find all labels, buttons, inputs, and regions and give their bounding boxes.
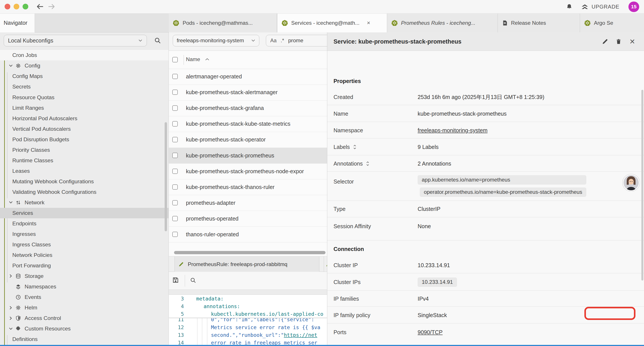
sidebar-item-runtime-classes[interactable]: Runtime Classes: [0, 155, 169, 166]
match-case-toggle[interactable]: Aa: [270, 38, 277, 43]
edit-pencil-icon[interactable]: [602, 38, 608, 45]
tab-argo[interactable]: Argo Se: [580, 13, 644, 32]
select-all-checkbox[interactable]: [172, 57, 178, 62]
chevron-down-icon[interactable]: [8, 200, 13, 205]
sidebar-item-access-control[interactable]: Access Control: [0, 313, 169, 324]
name-column-header[interactable]: Name: [186, 56, 209, 62]
window-minimize-button[interactable]: [14, 4, 19, 9]
user-avatar[interactable]: [622, 174, 640, 192]
sidebar-item-config-maps[interactable]: Config Maps: [0, 71, 169, 81]
sidebar-item-ingress-classes[interactable]: Ingress Classes: [0, 239, 169, 250]
sidebar-item-ingresses[interactable]: Ingresses: [0, 229, 169, 239]
sidebar-item-priority-classes[interactable]: Priority Classes: [0, 145, 169, 155]
row-checkbox[interactable]: [172, 121, 178, 126]
delete-trash-icon[interactable]: [616, 38, 622, 45]
property-row-ports: Ports 9090/TCP Forward...: [327, 324, 644, 341]
expand-collapse-icon[interactable]: [366, 161, 369, 166]
row-checkbox[interactable]: [172, 184, 178, 190]
close-panel-icon[interactable]: ✕: [629, 37, 635, 46]
table-row-kube-prometheus-stack-grafana[interactable]: kube-prometheus-stack-grafana: [169, 100, 327, 116]
row-divider: [327, 201, 644, 201]
table-row-kube-prometheus-stack-prometheus-node-expor[interactable]: kube-prometheus-stack-prometheus-node-ex…: [169, 164, 327, 179]
sidebar-item-custom-resources[interactable]: Custom Resources: [0, 324, 169, 334]
tab-pods[interactable]: Pods - icecheng@mathmas...: [169, 13, 277, 32]
upgrade-button[interactable]: UPGRADE: [581, 4, 620, 10]
window-maximize-button[interactable]: [22, 4, 28, 9]
row-checkbox[interactable]: [172, 90, 178, 95]
regex-toggle[interactable]: .*: [280, 38, 284, 43]
table-row-kube-prometheus-stack-prometheus[interactable]: kube-prometheus-stack-prometheus: [169, 148, 327, 164]
kubeconfig-select[interactable]: Local Kubeconfigs: [4, 35, 147, 46]
sidebar-item-network[interactable]: Network: [0, 197, 169, 208]
sidebar-item-namespaces[interactable]: Namespaces: [0, 281, 169, 292]
services-filter-input[interactable]: Aa .* prome: [266, 35, 327, 46]
row-checkbox[interactable]: [172, 232, 178, 237]
tab-prometheus-rules[interactable]: Prometheus Rules - icecheng...: [387, 13, 498, 32]
namespace-link[interactable]: freeleaps-monitoring-system: [418, 127, 488, 134]
notification-count-badge[interactable]: 15: [628, 1, 639, 12]
sidebar-item-services[interactable]: Services: [0, 208, 169, 218]
back-arrow-icon[interactable]: [36, 3, 44, 11]
row-checkbox[interactable]: [172, 153, 178, 158]
table-row-prometheus-adapter[interactable]: prometheus-adapter: [169, 195, 327, 211]
sidebar-search-icon[interactable]: [154, 37, 161, 44]
horizontal-scrollbar[interactable]: [174, 251, 326, 254]
sidebar-item-endpoints[interactable]: Endpoints: [0, 218, 169, 229]
runbook-url-link[interactable]: https://net: [284, 332, 317, 338]
table-row-kube-prometheus-stack-operator[interactable]: kube-prometheus-stack-operator: [169, 132, 327, 148]
row-checkbox[interactable]: [172, 74, 178, 79]
sidebar-item-leases[interactable]: Leases: [0, 166, 169, 176]
sidebar-scrollbar[interactable]: [164, 122, 167, 231]
chevron-down-icon[interactable]: [8, 63, 13, 68]
chevron-right-icon[interactable]: [8, 316, 13, 321]
yaml-editor[interactable]: 3 metadata: 4 annotations: 5 kubectl.kub…: [169, 295, 327, 346]
dock-tab-prometheusrule[interactable]: PrometheusRule: freeleaps-prod-rabbitmq: [174, 256, 319, 272]
notifications-bell-icon[interactable]: [566, 4, 572, 10]
save-icon[interactable]: [172, 277, 179, 283]
table-row-kube-prometheus-stack-thanos-ruler[interactable]: kube-prometheus-stack-thanos-ruler: [169, 179, 327, 195]
sidebar-item-pod-disruption-budgets[interactable]: Pod Disruption Budgets: [0, 134, 169, 145]
sidebar-item-port-forwarding[interactable]: Port Forwarding: [0, 260, 169, 271]
forward-arrow-icon[interactable]: [48, 3, 56, 11]
sidebar-item-resource-quotas[interactable]: Resource Quotas: [0, 92, 169, 103]
sidebar-item-vertical-pod-autoscalers[interactable]: Vertical Pod Autoscalers: [0, 124, 169, 134]
table-row-thanos-ruler-operated[interactable]: thanos-ruler-operated: [169, 227, 327, 242]
dock-tab-partial[interactable]: [324, 256, 327, 272]
sidebar-item-storage[interactable]: Storage: [0, 271, 169, 281]
table-row-alertmanager-operated[interactable]: alertmanager-operated: [169, 69, 327, 85]
tab-navigator[interactable]: Navigator: [0, 13, 35, 32]
panel-scrollbar[interactable]: [641, 90, 643, 281]
sidebar-item-config[interactable]: Config: [0, 60, 169, 71]
row-checkbox[interactable]: [172, 216, 178, 221]
chevron-down-icon: [251, 38, 256, 43]
tab-release-notes[interactable]: Release Notes: [498, 13, 580, 32]
row-checkbox[interactable]: [172, 169, 178, 174]
window-close-button[interactable]: [4, 4, 10, 9]
sidebar-item-network-policies[interactable]: Network Policies: [0, 250, 169, 260]
row-checkbox[interactable]: [172, 200, 178, 205]
table-row-kube-prometheus-stack-alertmanager[interactable]: kube-prometheus-stack-alertmanager: [169, 85, 327, 100]
sidebar-item-events[interactable]: Events: [0, 292, 169, 303]
close-tab-icon[interactable]: ×: [367, 19, 370, 26]
chevron-right-icon[interactable]: [8, 274, 13, 278]
sidebar-item-definitions[interactable]: Definitions: [0, 334, 169, 345]
port-link-9090[interactable]: 9090/TCP: [418, 329, 442, 336]
namespace-select[interactable]: freeleaps-monitoring-system: [173, 35, 259, 46]
sidebar-item-secrets[interactable]: Secrets: [0, 81, 169, 92]
table-row-prometheus-operated[interactable]: prometheus-operated: [169, 211, 327, 227]
editor-search-icon[interactable]: [190, 277, 196, 283]
tab-services[interactable]: Services - icecheng@math... ×: [277, 13, 387, 32]
row-checkbox[interactable]: [172, 105, 178, 111]
chevron-down-icon[interactable]: [8, 327, 13, 331]
sidebar-item-cron-jobs[interactable]: Cron Jobs: [0, 50, 169, 60]
chevron-right-icon[interactable]: [8, 306, 13, 310]
service-details-panel: Service: kube-prometheus-stack-prometheu…: [327, 32, 644, 346]
sidebar-item-horizontal-pod-autoscalers[interactable]: Horizontal Pod Autoscalers: [0, 113, 169, 124]
sidebar-item-validating-webhook-configurations[interactable]: Validating Webhook Configurations: [0, 187, 169, 197]
row-checkbox[interactable]: [172, 137, 178, 142]
table-row-kube-prometheus-stack-kube-state-metrics[interactable]: kube-prometheus-stack-kube-state-metrics: [169, 116, 327, 132]
sidebar-item-limit-ranges[interactable]: Limit Ranges: [0, 103, 169, 113]
sidebar-item-mutating-webhook-configurations[interactable]: Mutating Webhook Configurations: [0, 176, 169, 187]
expand-collapse-icon[interactable]: [353, 145, 356, 149]
sidebar-item-helm[interactable]: Helm: [0, 303, 169, 313]
